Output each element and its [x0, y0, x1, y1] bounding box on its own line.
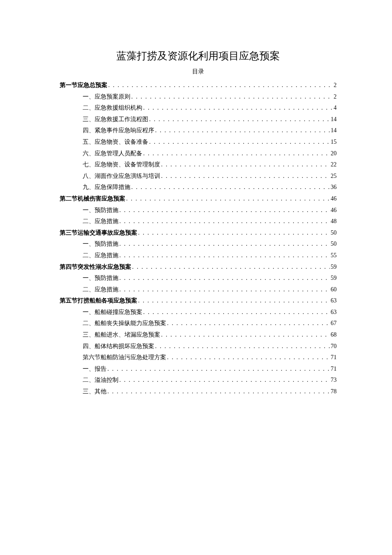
toc-leader-dots: [118, 284, 330, 296]
toc-entry-page: 2: [333, 80, 337, 91]
toc-leader-dots: [142, 102, 333, 114]
toc-entry-text: 第四节突发性溺水应急预案: [60, 262, 131, 273]
toc-leader-dots: [148, 114, 330, 125]
toc-entry-page: 14: [330, 114, 337, 125]
toc-entry: 一、预防措施59: [60, 273, 337, 284]
toc-leader-dots: [118, 273, 330, 284]
toc-entry: 二、应急措施60: [60, 284, 337, 296]
toc-leader-dots: [166, 352, 330, 363]
toc-entry-text: 第三节运输交通事故应急预案: [60, 227, 137, 239]
toc-leader-dots: [142, 307, 330, 318]
toc-entry-text: 一、预防措施: [83, 273, 118, 284]
toc-entry-text: 三、船舶进水、堵漏应急预案: [83, 329, 160, 341]
toc-entry-page: 4: [333, 102, 337, 114]
toc-entry-page: 70: [330, 341, 337, 352]
toc-leader-dots: [131, 262, 330, 273]
toc-entry-text: 七、应急物资、设备管理制度: [83, 159, 160, 171]
toc-entry-text: 二、应急措施: [83, 250, 118, 262]
toc-entry-text: 第六节船舶防油污应急处理方案: [83, 352, 166, 363]
toc-leader-dots: [130, 182, 330, 193]
toc-leader-dots: [107, 363, 330, 375]
toc-entry-text: 九、应急保障措施: [83, 182, 130, 193]
toc-leader-dots: [142, 148, 330, 160]
toc-label: 目录: [60, 68, 337, 76]
toc-leader-dots: [137, 295, 330, 307]
toc-entry: 四、船体结构损坏应急预案70: [60, 341, 337, 352]
toc-entry: 二、应急救援组织机构4: [60, 102, 337, 114]
toc-entry: 第五节打捞船舶各项应急预案63: [60, 295, 337, 307]
toc-entry-text: 第一节应急总预案: [60, 80, 107, 91]
toc-entry: 一、预防措施46: [60, 205, 337, 216]
document-title: 蓝藻打捞及资源化利用项目应急预案: [60, 49, 337, 63]
toc-entry-page: 48: [330, 216, 337, 227]
toc-entry-text: 一、应急预案原则: [83, 91, 130, 103]
toc-leader-dots: [154, 125, 330, 137]
toc-entry-text: 二、应急措施: [83, 284, 118, 296]
toc-entry-page: 71: [330, 352, 337, 363]
toc-entry-page: 68: [330, 329, 337, 341]
toc-leader-dots: [166, 318, 330, 329]
toc-leader-dots: [160, 329, 330, 341]
toc-entry-page: 59: [330, 273, 337, 284]
toc-entry-page: 46: [330, 193, 337, 205]
toc-leader-dots: [148, 137, 330, 148]
toc-leader-dots: [107, 80, 333, 91]
toc-entry: 第一节应急总预案2: [60, 80, 337, 91]
toc-entry: 二、船舶丧失操纵能力应急预案67: [60, 318, 337, 329]
toc-entry: 一、预防措施50: [60, 238, 337, 250]
toc-entry-text: 四、船体结构损坏应急预案: [83, 341, 154, 352]
toc-entry: 二、应急措施48: [60, 216, 337, 227]
toc-entry: 三、应急救援工作流程图14: [60, 114, 337, 125]
toc-entry: 八、湖面作业应急演练与培训25: [60, 171, 337, 182]
toc-entry-page: 71: [330, 363, 337, 375]
toc-entry: 二、应急措施55: [60, 250, 337, 262]
toc-entry: 二、溢油控制73: [60, 375, 337, 386]
toc-entry-text: 二、船舶丧失操纵能力应急预案: [83, 318, 166, 329]
table-of-contents: 第一节应急总预案2一、应急预案原则2二、应急救援组织机构4三、应急救援工作流程图…: [60, 80, 337, 398]
toc-entry-text: 三、其他: [83, 386, 107, 398]
toc-entry: 五、应急物资、设备准备15: [60, 137, 337, 148]
toc-entry-text: 六、应急管理人员配备: [83, 148, 142, 160]
toc-entry: 九、应急保障措施36: [60, 182, 337, 193]
toc-entry-page: 67: [330, 318, 337, 329]
toc-entry: 三、其他78: [60, 386, 337, 398]
toc-entry-text: 第二节机械伤害应急预案: [60, 193, 125, 205]
toc-entry-page: 59: [330, 262, 337, 273]
toc-entry-text: 一、报告: [83, 363, 107, 375]
toc-entry: 第三节运输交通事故应急预案50: [60, 227, 337, 239]
toc-entry: 第六节船舶防油污应急处理方案71: [60, 352, 337, 363]
toc-entry: 三、船舶进水、堵漏应急预案68: [60, 329, 337, 341]
toc-leader-dots: [125, 193, 330, 205]
toc-entry: 四、紧急事件应急响应程序14: [60, 125, 337, 137]
toc-entry-page: 46: [330, 205, 337, 216]
toc-entry-text: 一、预防措施: [83, 238, 118, 250]
toc-entry-text: 二、溢油控制: [83, 375, 118, 386]
toc-leader-dots: [118, 238, 330, 250]
toc-entry: 一、报告71: [60, 363, 337, 375]
toc-entry: 一、船舶碰撞应急预案63: [60, 307, 337, 318]
toc-leader-dots: [154, 341, 330, 352]
toc-entry-page: 22: [330, 159, 337, 171]
toc-entry-page: 36: [330, 182, 337, 193]
toc-entry-text: 二、应急救援组织机构: [83, 102, 142, 114]
toc-entry-page: 78: [330, 386, 337, 398]
toc-entry-page: 63: [330, 307, 337, 318]
toc-entry-page: 20: [330, 148, 337, 160]
toc-leader-dots: [107, 386, 330, 398]
toc-entry: 六、应急管理人员配备20: [60, 148, 337, 160]
toc-entry: 第二节机械伤害应急预案46: [60, 193, 337, 205]
toc-entry: 第四节突发性溺水应急预案59: [60, 262, 337, 273]
toc-leader-dots: [118, 250, 330, 262]
toc-entry-page: 63: [330, 295, 337, 307]
toc-leader-dots: [160, 171, 330, 182]
toc-entry: 七、应急物资、设备管理制度22: [60, 159, 337, 171]
toc-entry-page: 50: [330, 238, 337, 250]
toc-entry-text: 一、船舶碰撞应急预案: [83, 307, 142, 318]
toc-entry-page: 14: [330, 125, 337, 137]
toc-entry-page: 25: [330, 171, 337, 182]
toc-entry-text: 二、应急措施: [83, 216, 118, 227]
toc-leader-dots: [118, 205, 330, 216]
toc-entry-page: 50: [330, 227, 337, 239]
toc-entry-text: 五、应急物资、设备准备: [83, 137, 148, 148]
toc-entry-text: 三、应急救援工作流程图: [83, 114, 148, 125]
